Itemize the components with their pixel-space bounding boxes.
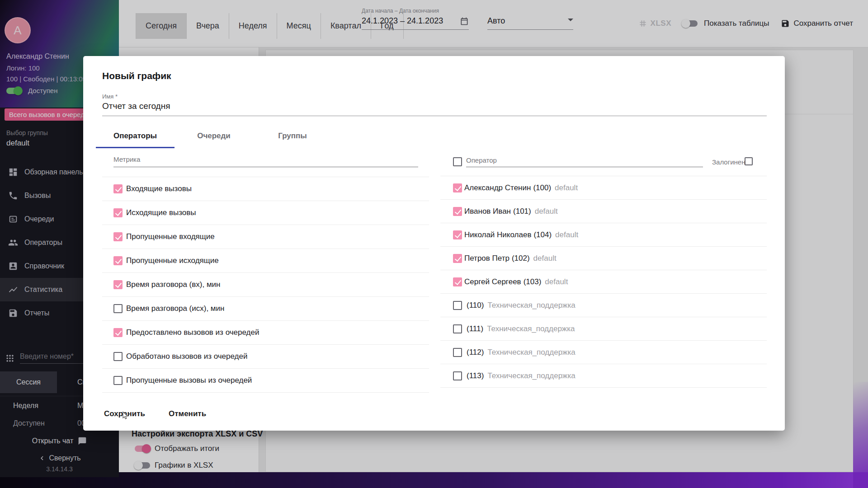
operator-checkbox[interactable] [453, 324, 462, 333]
metric-row[interactable]: Обработано вызовов из очередей [102, 345, 429, 369]
app-root: A Александр Стенин Логин: 100 100 | Своб… [0, 0, 868, 488]
metric-row[interactable]: Время разговора (исх), мин [102, 297, 429, 321]
tab-queues[interactable]: Очереди [175, 124, 253, 148]
metric-checkbox[interactable] [113, 280, 123, 289]
operator-row[interactable]: (113)Техническая_поддержка [440, 364, 767, 388]
operator-checkbox[interactable] [453, 207, 462, 216]
operator-checkbox[interactable] [453, 348, 462, 357]
operator-row[interactable]: Николай Николаев(104)default [440, 223, 767, 247]
new-chart-dialog: Новый график Имя * Операторы Очереди Гру… [83, 56, 785, 431]
metric-row[interactable]: Исходящие вызовы [102, 201, 429, 225]
metric-checkbox[interactable] [113, 376, 123, 385]
metric-row[interactable]: Предоставлено вызовов из очередей [102, 321, 429, 345]
operator-checkbox[interactable] [453, 277, 462, 286]
metric-checkbox[interactable] [113, 232, 123, 241]
name-input[interactable] [102, 101, 767, 116]
tab-groups[interactable]: Группы [253, 124, 332, 148]
metric-search-input[interactable] [113, 155, 418, 167]
metric-checkbox[interactable] [113, 352, 123, 361]
mouse-cursor [121, 411, 130, 420]
tab-operators[interactable]: Операторы [96, 124, 175, 148]
name-field-label: Имя * [102, 93, 118, 100]
operator-row[interactable]: (111)Техническая_поддержка [440, 317, 767, 341]
operator-row[interactable]: (110)Техническая_поддержка [440, 294, 767, 317]
operator-checkbox[interactable] [453, 254, 462, 263]
operator-checkbox[interactable] [453, 301, 462, 310]
metric-row[interactable]: Входящие вызовы [102, 177, 429, 201]
operator-list-header: Залогинен [440, 152, 767, 172]
metric-row[interactable]: Пропущенные исходящие [102, 249, 429, 273]
operator-checkbox[interactable] [453, 371, 462, 380]
dialog-tabs: Операторы Очереди Группы [96, 124, 332, 148]
logged-in-label: Залогинен [712, 158, 745, 166]
cancel-button[interactable]: Отменить [161, 405, 213, 423]
operator-checkbox[interactable] [453, 230, 462, 239]
logged-in-checkbox[interactable] [745, 157, 753, 165]
metric-checkbox[interactable] [113, 184, 123, 193]
operator-select-all-checkbox[interactable] [453, 157, 462, 166]
metric-checkbox[interactable] [113, 328, 123, 337]
metric-list: Входящие вызовы Исходящие вызовы Пропуще… [102, 177, 429, 393]
metric-row[interactable]: Пропущенные вызовы из очередей [102, 369, 429, 393]
operator-row[interactable]: Петров Петр(102)default [440, 247, 767, 270]
operator-row[interactable]: Иванов Иван(101)default [440, 200, 767, 223]
dialog-title: Новый график [102, 70, 171, 81]
operator-list: Александр Стенин(100)default Иванов Иван… [440, 176, 767, 388]
metric-checkbox[interactable] [113, 208, 123, 217]
operator-row[interactable]: (112)Техническая_поддержка [440, 341, 767, 364]
metric-checkbox[interactable] [113, 304, 123, 313]
operator-row[interactable]: Сергей Сергеев(103)default [440, 270, 767, 294]
metric-checkbox[interactable] [113, 256, 123, 265]
metric-row[interactable]: Время разговора (вх), мин [102, 273, 429, 297]
operator-row[interactable]: Александр Стенин(100)default [440, 176, 767, 200]
operator-search-input[interactable] [466, 156, 703, 167]
operator-checkbox[interactable] [453, 183, 462, 192]
metric-row[interactable]: Пропущенные входящие [102, 225, 429, 249]
